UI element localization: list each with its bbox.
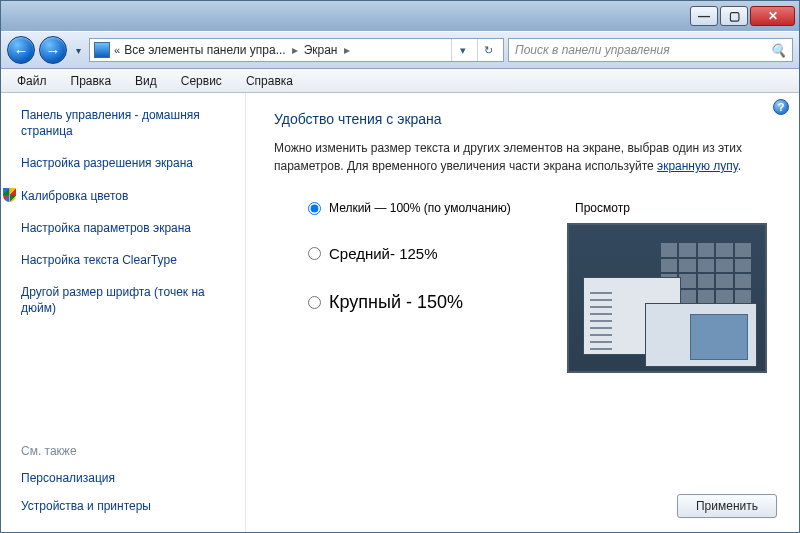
- magnifier-link[interactable]: экранную лупу: [657, 159, 738, 173]
- history-dropdown[interactable]: ▾: [71, 40, 85, 60]
- breadcrumb-screen[interactable]: Экран: [304, 43, 338, 57]
- preview-window-2: [645, 303, 757, 367]
- menu-file[interactable]: Файл: [7, 72, 57, 90]
- sidebar-link-home[interactable]: Панель управления - домашняя страница: [21, 107, 237, 139]
- sidebar-link-display-params[interactable]: Настройка параметров экрана: [21, 220, 237, 236]
- search-placeholder: Поиск в панели управления: [515, 43, 670, 57]
- option-large-label: Крупный - 150%: [329, 292, 463, 313]
- sidebar: Панель управления - домашняя страница На…: [1, 93, 246, 532]
- window-titlebar: — ▢ ✕: [1, 1, 799, 31]
- forward-button[interactable]: →: [39, 36, 67, 64]
- minimize-button[interactable]: —: [690, 6, 718, 26]
- display-icon: [94, 42, 110, 58]
- apply-button[interactable]: Применить: [677, 494, 777, 518]
- option-large[interactable]: Крупный - 150%: [308, 292, 541, 313]
- radio-large[interactable]: [308, 296, 321, 309]
- back-button[interactable]: ←: [7, 36, 35, 64]
- maximize-button[interactable]: ▢: [720, 6, 748, 26]
- sidebar-link-cleartype[interactable]: Настройка текста ClearType: [21, 252, 237, 268]
- refresh-icon: ↻: [484, 44, 493, 57]
- close-button[interactable]: ✕: [750, 6, 795, 26]
- option-small[interactable]: Мелкий — 100% (по умолчанию): [308, 201, 541, 215]
- radio-small[interactable]: [308, 202, 321, 215]
- help-icon[interactable]: ?: [773, 99, 789, 115]
- sidebar-link-personalization[interactable]: Персонализация: [21, 470, 237, 486]
- address-dropdown[interactable]: ▾: [451, 39, 473, 61]
- page-title: Удобство чтения с экрана: [274, 111, 777, 127]
- option-medium-label: Средний- 125%: [329, 245, 438, 262]
- menu-bar: Файл Правка Вид Сервис Справка: [1, 69, 799, 93]
- page-description: Можно изменить размер текста и других эл…: [274, 139, 777, 175]
- sidebar-link-font-dpi[interactable]: Другой размер шрифта (точек на дюйм): [21, 284, 237, 316]
- desc-text-end: .: [738, 159, 741, 173]
- menu-view[interactable]: Вид: [125, 72, 167, 90]
- sidebar-link-resolution[interactable]: Настройка разрешения экрана: [21, 155, 237, 171]
- preview-image: [567, 223, 767, 373]
- menu-edit[interactable]: Правка: [61, 72, 122, 90]
- main-content: Удобство чтения с экрана Можно изменить …: [246, 93, 799, 532]
- refresh-button[interactable]: ↻: [477, 39, 499, 61]
- breadcrumb-all-items[interactable]: Все элементы панели упра...: [124, 43, 286, 57]
- sidebar-link-devices[interactable]: Устройства и принтеры: [21, 498, 237, 514]
- sidebar-link-calibration[interactable]: Калибровка цветов: [21, 188, 237, 204]
- search-box[interactable]: Поиск в панели управления 🔍: [508, 38, 793, 62]
- option-small-label: Мелкий — 100% (по умолчанию): [329, 201, 511, 215]
- radio-medium[interactable]: [308, 247, 321, 260]
- arrow-left-icon: ←: [14, 42, 29, 59]
- chevron-right-icon[interactable]: ▸: [290, 43, 300, 57]
- address-bar[interactable]: « Все элементы панели упра... ▸ Экран ▸ …: [89, 38, 504, 62]
- preview-label: Просмотр: [567, 201, 777, 215]
- menu-help[interactable]: Справка: [236, 72, 303, 90]
- see-also-header: См. также: [21, 444, 237, 458]
- menu-tools[interactable]: Сервис: [171, 72, 232, 90]
- option-medium[interactable]: Средний- 125%: [308, 245, 541, 262]
- dpi-options: Мелкий — 100% (по умолчанию) Средний- 12…: [274, 201, 541, 373]
- arrow-right-icon: →: [46, 42, 61, 59]
- breadcrumb-overflow-icon[interactable]: «: [114, 44, 120, 56]
- search-icon[interactable]: 🔍: [770, 43, 786, 58]
- explorer-navbar: ← → ▾ « Все элементы панели упра... ▸ Эк…: [1, 31, 799, 69]
- control-panel-window: — ▢ ✕ ← → ▾ « Все элементы панели упра..…: [0, 0, 800, 533]
- chevron-right-icon[interactable]: ▸: [342, 43, 352, 57]
